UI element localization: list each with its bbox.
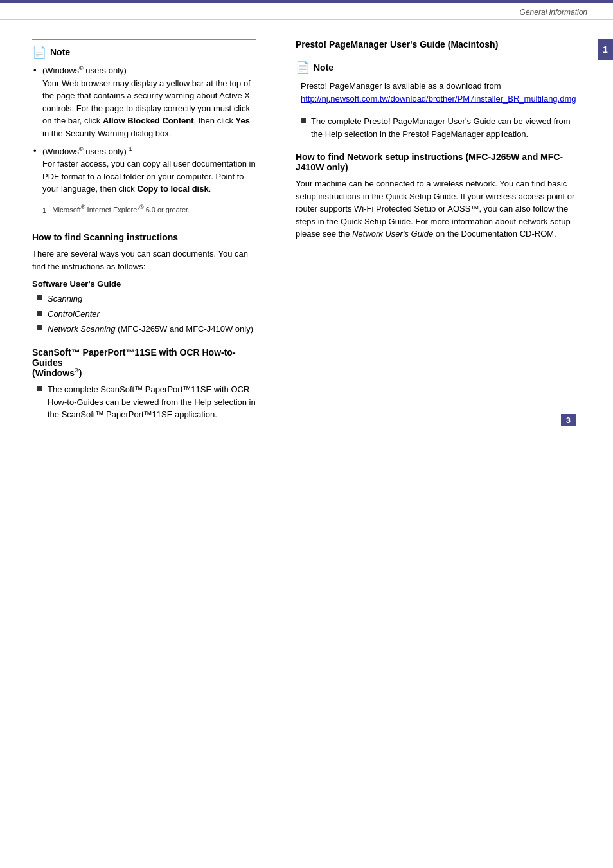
header: General information xyxy=(0,3,613,20)
scanning-item-scanning: Scanning xyxy=(37,293,256,305)
scansoft-body: The complete ScanSoft™ PaperPort™11SE wi… xyxy=(48,383,256,421)
note-header-right: 📄 Note xyxy=(296,60,581,75)
page-number-box: 3 xyxy=(561,414,576,426)
scanning-item-control-text: ControlCenter xyxy=(48,308,100,321)
footnote-number: 1 xyxy=(42,206,46,213)
footnote: 1 Microsoft® Internet Explorer® 6.0 or g… xyxy=(32,201,256,214)
presto-bullet-text: The complete Presto! PageManager User's … xyxy=(311,115,581,140)
presto-section: Presto! PageManager User's Guide (Macint… xyxy=(296,39,581,140)
scansoft-section: ScanSoft™ PaperPort™11SE with OCR How-to… xyxy=(32,347,256,421)
header-title: General information xyxy=(520,8,587,17)
presto-title: Presto! PageManager User's Guide (Macint… xyxy=(296,39,581,50)
square-bullet-4 xyxy=(37,386,42,391)
scanning-section-title: How to find Scanning instructions xyxy=(32,232,256,242)
scanning-item-control: ControlCenter xyxy=(37,308,256,321)
note-box-right: 📄 Note Presto! PageManager is available … xyxy=(296,55,581,105)
network-section-title: How to find Network setup instructions (… xyxy=(296,152,581,172)
network-section: How to find Network setup instructions (… xyxy=(296,152,581,240)
note-item-1-label: (Windows® users only) xyxy=(42,66,127,75)
presto-note-link[interactable]: http://nj.newsoft.com.tw/download/brothe… xyxy=(301,94,576,104)
network-italic: Network User's Guide xyxy=(352,229,433,239)
scansoft-title-line1: ScanSoft™ PaperPort™11SE with OCR How-to… xyxy=(32,347,236,368)
square-bullet-2 xyxy=(37,311,42,316)
presto-item: The complete Presto! PageManager User's … xyxy=(301,115,581,140)
note-icon-right: 📄 xyxy=(296,60,310,75)
scansoft-title: ScanSoft™ PaperPort™11SE with OCR How-to… xyxy=(32,347,256,379)
note-title-right: Note xyxy=(314,62,333,73)
software-guide-subtitle: Software User's Guide xyxy=(32,279,256,289)
scansoft-list: The complete ScanSoft™ PaperPort™11SE wi… xyxy=(37,383,256,421)
chapter-tab: 1 xyxy=(598,39,613,60)
presto-list: The complete Presto! PageManager User's … xyxy=(301,115,581,140)
right-column: 1 Presto! PageManager User's Guide (Maci… xyxy=(276,33,613,439)
square-bullet-5 xyxy=(301,118,306,123)
network-body: Your machine can be connected to a wirel… xyxy=(296,177,581,240)
note-title-left: Note xyxy=(50,47,70,57)
note-item-2-label: (Windows® users only) 1 xyxy=(42,147,132,156)
footnote-text: Microsoft® Internet Explorer® 6.0 or gre… xyxy=(52,206,190,213)
note-item-1: (Windows® users only) Your Web browser m… xyxy=(32,64,256,140)
scanning-intro: There are several ways you can scan docu… xyxy=(32,248,256,273)
left-column: 📄 Note (Windows® users only) Your Web br… xyxy=(0,33,276,439)
page: General information 📄 Note (Windows® use… xyxy=(0,0,613,868)
note-item-1-body: Your Web browser may display a yellow ba… xyxy=(42,78,251,138)
scanning-list: Scanning ControlCenter Network Scanning … xyxy=(37,293,256,336)
square-bullet-1 xyxy=(37,295,42,300)
network-body-end: on the Documentation CD-ROM. xyxy=(433,229,556,239)
square-bullet-3 xyxy=(37,325,42,330)
scanning-item-network-text: Network Scanning (MFC-J265W and MFC-J410… xyxy=(48,323,253,336)
note-box-left: 📄 Note (Windows® users only) Your Web br… xyxy=(32,39,256,219)
note-bullet-list: (Windows® users only) Your Web browser m… xyxy=(32,64,256,195)
note-item-2: (Windows® users only) 1 For faster acces… xyxy=(32,145,256,195)
page-number-area: 3 xyxy=(561,414,581,426)
scanning-item-network: Network Scanning (MFC-J265W and MFC-J410… xyxy=(37,323,256,336)
scanning-section: How to find Scanning instructions There … xyxy=(32,232,256,336)
main-content: 📄 Note (Windows® users only) Your Web br… xyxy=(0,20,613,452)
scansoft-item: The complete ScanSoft™ PaperPort™11SE wi… xyxy=(37,383,256,421)
presto-note-body-before: Presto! PageManager is available as a do… xyxy=(301,81,501,91)
scanning-item-scanning-text: Scanning xyxy=(48,293,82,305)
note-header-left: 📄 Note xyxy=(32,45,256,59)
scansoft-title-line2: (Windows®) xyxy=(32,368,82,378)
note-icon-left: 📄 xyxy=(32,45,46,59)
presto-note-body: Presto! PageManager is available as a do… xyxy=(296,80,581,105)
note-item-2-body: For faster access, you can copy all user… xyxy=(42,159,256,194)
